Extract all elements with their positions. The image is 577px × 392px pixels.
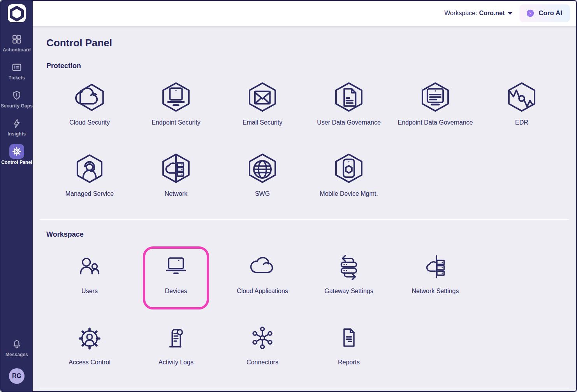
sidebar-item-label: Tickets — [9, 75, 25, 81]
tile-label: Cloud Security — [69, 119, 110, 126]
sidebar-item-messages[interactable]: Messages — [1, 339, 33, 357]
sidebar: ActionboardTicketsSecurity GapsInsightsC… — [1, 1, 33, 391]
users-icon — [74, 247, 105, 286]
sections-container: ProtectionCloud SecurityEndpoint Securit… — [46, 62, 567, 388]
sidebar-item-actionboard[interactable]: Actionboard — [1, 34, 33, 53]
actionboard-grid-icon — [12, 34, 22, 44]
section-title-protection: Protection — [46, 62, 567, 70]
app-window: ActionboardTicketsSecurity GapsInsightsC… — [0, 0, 577, 392]
section-title-workspace: Workspace — [46, 230, 567, 239]
tile-email-security[interactable]: Email Security — [219, 79, 306, 131]
sidebar-nav: ActionboardTicketsSecurity GapsInsightsC… — [1, 34, 33, 165]
tile-label: Managed Service — [65, 190, 114, 197]
sidebar-messages-slot: Messages — [1, 339, 33, 357]
tile-edr[interactable]: EDR — [478, 79, 565, 131]
tile-label: Connectors — [246, 359, 278, 366]
network-settings-icon — [420, 247, 450, 286]
tile-activity-logs[interactable]: Activity Logs — [133, 318, 219, 371]
tile-label: Gateway Settings — [324, 288, 373, 295]
sidebar-bottom: Messages RG — [1, 339, 33, 391]
tile-access-control[interactable]: Access Control — [46, 318, 133, 371]
tile-swg[interactable]: SWG — [219, 150, 306, 202]
tile-label: Reports — [338, 359, 360, 366]
gateway-settings-icon — [334, 247, 364, 286]
endpoint-data-governance-icon — [418, 79, 452, 118]
email-security-icon — [245, 79, 280, 118]
sidebar-item-label: Security Gaps — [1, 103, 33, 109]
coro-ai-button[interactable]: Coro AI — [519, 4, 570, 22]
coro-ai-label: Coro AI — [538, 9, 562, 17]
edr-icon — [505, 79, 539, 118]
shield-alert-icon — [12, 90, 22, 100]
coro-logo-icon[interactable] — [8, 4, 26, 22]
network-icon — [159, 150, 193, 189]
sidebar-item-label: Messages — [5, 352, 28, 357]
tile-label: Users — [81, 288, 98, 295]
sidebar-item-security-gaps[interactable]: Security Gaps — [1, 90, 33, 109]
lightning-icon — [12, 118, 22, 128]
gear-icon — [9, 146, 24, 157]
tile-users[interactable]: Users — [46, 247, 133, 299]
tile-label: Cloud Applications — [237, 288, 288, 295]
tile-label: SWG — [255, 190, 270, 197]
tile-label: Access Control — [69, 359, 111, 366]
tile-devices[interactable]: Devices — [133, 247, 219, 299]
tile-gateway-settings[interactable]: Gateway Settings — [306, 247, 392, 299]
tile-label: Mobile Device Mgmt. — [320, 190, 378, 197]
sidebar-item-label: Actionboard — [3, 47, 31, 53]
chevron-down-icon — [508, 12, 512, 15]
tile-label: Network — [165, 190, 188, 197]
tile-reports[interactable]: Reports — [306, 318, 392, 371]
tile-connectors[interactable]: Connectors — [219, 318, 306, 371]
tile-managed-service[interactable]: Managed Service — [46, 150, 133, 202]
tile-label: Endpoint Data Governance — [398, 119, 473, 126]
section-divider — [40, 388, 569, 388]
sidebar-item-control-panel[interactable]: Control Panel — [1, 146, 33, 165]
devices-icon — [161, 247, 191, 286]
workspace-selector[interactable]: Workspace: Coro.net — [444, 10, 512, 17]
user-data-governance-icon — [332, 79, 366, 118]
tile-cloud-applications[interactable]: Cloud Applications — [219, 247, 306, 299]
activity-logs-icon — [161, 318, 191, 357]
workspace-name: Coro.net — [479, 10, 505, 17]
mobile-device-mgmt-icon — [332, 150, 366, 189]
tile-label: EDR — [515, 119, 528, 126]
bell-icon — [12, 339, 22, 349]
section-divider — [40, 219, 569, 220]
tile-label: Email Security — [243, 119, 282, 126]
protection-tile-grid: Cloud SecurityEndpoint SecurityEmail Sec… — [46, 79, 567, 202]
tile-label: Activity Logs — [158, 359, 194, 366]
workspace-label: Workspace: — [444, 10, 477, 17]
main-content: Control Panel ProtectionCloud SecurityEn… — [33, 26, 576, 391]
sidebar-item-label: Control Panel — [1, 160, 32, 165]
sidebar-item-tickets[interactable]: Tickets — [1, 62, 33, 81]
sidebar-item-label: Insights — [8, 131, 26, 137]
tile-network-settings[interactable]: Network Settings — [392, 247, 478, 299]
reports-icon — [334, 318, 364, 357]
connectors-icon — [247, 318, 278, 357]
tile-mobile-device-mgmt[interactable]: Mobile Device Mgmt. — [306, 150, 392, 202]
managed-service-icon — [72, 150, 107, 189]
top-header: Workspace: Coro.net — [33, 1, 576, 26]
access-control-icon — [74, 318, 105, 357]
tile-endpoint-security[interactable]: Endpoint Security — [133, 79, 219, 131]
tile-network[interactable]: Network — [133, 150, 219, 202]
workspace-tile-grid: UsersDevicesCloud ApplicationsGateway Se… — [46, 247, 567, 371]
tile-label: Devices — [165, 288, 187, 295]
tile-label: Endpoint Security — [151, 119, 200, 126]
coro-ai-icon — [526, 9, 535, 18]
sidebar-item-insights[interactable]: Insights — [1, 118, 33, 137]
cloud-security-icon — [72, 79, 107, 118]
tile-label: User Data Governance — [317, 119, 381, 126]
cloud-applications-icon — [247, 247, 278, 286]
tile-endpoint-data-governance[interactable]: Endpoint Data Governance — [392, 79, 478, 131]
tile-cloud-security[interactable]: Cloud Security — [46, 79, 133, 131]
avatar[interactable]: RG — [9, 368, 25, 384]
endpoint-security-icon — [159, 79, 193, 118]
swg-icon — [245, 150, 280, 189]
tickets-icon — [12, 62, 22, 72]
tile-user-data-governance[interactable]: User Data Governance — [306, 79, 392, 131]
page-title: Control Panel — [46, 37, 567, 49]
tile-label: Network Settings — [412, 288, 459, 295]
